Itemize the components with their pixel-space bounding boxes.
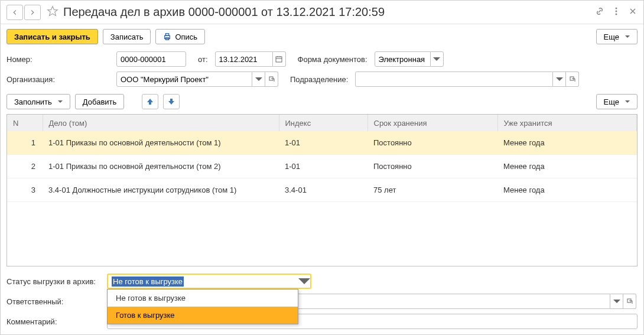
dropdown-option[interactable]: Не готов к выгрузке bbox=[108, 290, 298, 307]
move-down-button[interactable] bbox=[163, 94, 180, 109]
table-cell: Постоянно bbox=[367, 131, 497, 155]
svg-point-1 bbox=[616, 11, 617, 12]
dropdown-icon[interactable] bbox=[610, 294, 623, 309]
more-button[interactable]: Еще bbox=[596, 29, 638, 44]
table-cell: 3.4-01 bbox=[279, 178, 367, 202]
status-input[interactable]: Не готов к выгрузке bbox=[107, 274, 298, 289]
svg-point-2 bbox=[616, 14, 617, 15]
org-input[interactable] bbox=[116, 71, 252, 87]
add-button[interactable]: Добавить bbox=[75, 94, 124, 109]
print-icon bbox=[163, 32, 171, 41]
table-header[interactable]: Уже хранится bbox=[497, 115, 637, 131]
dept-label: Подразделение: bbox=[290, 75, 348, 84]
dropdown-icon[interactable] bbox=[553, 71, 566, 87]
status-label: Статус выгрузки в архив: bbox=[6, 277, 107, 286]
window-header: Передача дел в архив 0000-000001 от 13.1… bbox=[1, 1, 643, 24]
cases-table[interactable]: NДело (том)ИндексСрок храненияУже хранит… bbox=[6, 114, 638, 266]
comment-label: Комментарий: bbox=[6, 317, 107, 326]
table-cell: 3 bbox=[7, 178, 43, 202]
inventory-button[interactable]: Опись bbox=[155, 29, 205, 44]
table-cell: Менее года bbox=[497, 131, 637, 155]
table-cell: 3.4-01 Должностные инструкции сотруднико… bbox=[43, 178, 279, 202]
svg-point-0 bbox=[616, 8, 617, 9]
table-row[interactable]: 11-01 Приказы по основной деятельности (… bbox=[7, 131, 637, 155]
number-label: Номер: bbox=[6, 55, 112, 64]
nav-back-button[interactable] bbox=[6, 5, 23, 20]
status-dropdown[interactable]: Не готов к выгрузкеГотов к выгрузке bbox=[107, 289, 298, 324]
from-label: от: bbox=[198, 55, 208, 64]
form-row-number: Номер: от: Форма документов: bbox=[1, 49, 643, 69]
open-icon[interactable] bbox=[265, 71, 278, 87]
open-icon[interactable] bbox=[623, 294, 636, 309]
move-up-button[interactable] bbox=[142, 94, 158, 109]
table-cell: Постоянно bbox=[367, 155, 497, 178]
table-header[interactable]: N bbox=[7, 115, 43, 131]
link-icon[interactable] bbox=[595, 6, 604, 18]
favorite-star-icon[interactable] bbox=[47, 5, 58, 19]
window-title: Передача дел в архив 0000-000001 от 13.1… bbox=[63, 5, 595, 19]
table-header[interactable]: Срок хранения bbox=[367, 115, 497, 131]
table-toolbar: Заполнить Добавить Еще bbox=[1, 89, 643, 114]
org-label: Организация: bbox=[6, 75, 112, 84]
table-row[interactable]: 21-01 Приказы по основной деятельности (… bbox=[7, 155, 637, 178]
dropdown-icon[interactable] bbox=[431, 51, 444, 67]
dept-input[interactable] bbox=[355, 71, 553, 87]
table-row[interactable]: 33.4-01 Должностные инструкции сотрудник… bbox=[7, 178, 637, 202]
table-cell: 1-01 bbox=[279, 131, 367, 155]
table-cell: 75 лет bbox=[367, 178, 497, 202]
table-cell: 2 bbox=[7, 155, 43, 178]
save-close-button[interactable]: Записать и закрыть bbox=[6, 29, 98, 44]
close-icon[interactable] bbox=[628, 6, 638, 18]
number-input[interactable] bbox=[116, 51, 186, 67]
table-cell: Менее года bbox=[497, 155, 637, 178]
svg-rect-6 bbox=[276, 57, 282, 62]
doc-form-label: Форма документов: bbox=[298, 55, 367, 64]
responsible-label: Ответственный: bbox=[6, 297, 107, 306]
table-cell: Менее года bbox=[497, 178, 637, 202]
table-more-button[interactable]: Еще bbox=[596, 94, 638, 109]
dropdown-option[interactable]: Готов к выгрузке bbox=[108, 307, 298, 324]
main-toolbar: Записать и закрыть Записать Опись Еще bbox=[1, 24, 643, 49]
table-cell: 1-01 Приказы по основной деятельности (т… bbox=[43, 131, 279, 155]
doc-form-input[interactable] bbox=[375, 51, 431, 67]
table-cell: 1 bbox=[7, 131, 43, 155]
form-row-org: Организация: Подразделение: bbox=[1, 69, 643, 89]
bottom-form: Статус выгрузки в архив: Не готов к выгр… bbox=[1, 266, 643, 335]
nav-forward-button[interactable] bbox=[24, 5, 41, 20]
svg-rect-4 bbox=[166, 34, 169, 36]
table-header[interactable]: Индекс bbox=[279, 115, 367, 131]
fill-button[interactable]: Заполнить bbox=[6, 94, 70, 109]
open-icon[interactable] bbox=[566, 71, 579, 87]
table-cell: 1-01 bbox=[279, 155, 367, 178]
dropdown-icon[interactable] bbox=[252, 71, 265, 87]
table-cell: 1-01 Приказы по основной деятельности (т… bbox=[43, 155, 279, 178]
status-dropdown-button[interactable] bbox=[298, 274, 311, 289]
table-header[interactable]: Дело (том) bbox=[43, 115, 279, 131]
save-button[interactable]: Записать bbox=[103, 29, 151, 44]
calendar-icon[interactable] bbox=[273, 51, 286, 67]
date-input[interactable] bbox=[215, 51, 273, 67]
kebab-menu-icon[interactable] bbox=[612, 6, 621, 18]
